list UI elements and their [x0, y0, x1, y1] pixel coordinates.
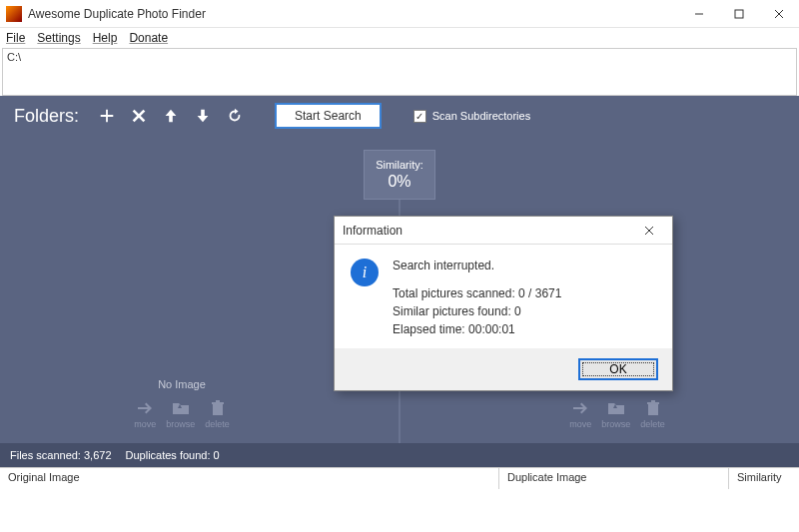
- dialog-stat-time: Elapsed time: 00:00:01: [393, 320, 561, 338]
- folders-label: Folders:: [14, 106, 79, 127]
- status-bar: Files scanned: 3,672 Duplicates found: 0: [0, 443, 799, 467]
- browse-button[interactable]: browse: [166, 398, 195, 429]
- menu-file[interactable]: File: [6, 31, 25, 45]
- duplicates-found: Duplicates found: 0: [126, 449, 220, 461]
- info-dialog: Information i Search interrupted. Total …: [334, 216, 673, 391]
- menubar: File Settings Help Donate: [0, 28, 799, 48]
- dialog-headline: Search interrupted.: [393, 259, 561, 272]
- col-original[interactable]: Original Image: [0, 468, 499, 489]
- delete-button[interactable]: delete: [640, 398, 665, 429]
- results-header: Original Image Duplicate Image Similarit…: [0, 467, 799, 489]
- similarity-label: Similarity:: [376, 159, 423, 171]
- move-down-icon[interactable]: [193, 106, 213, 126]
- menu-settings[interactable]: Settings: [37, 31, 80, 45]
- dialog-stat-found: Similar pictures found: 0: [393, 302, 561, 320]
- delete-button[interactable]: delete: [205, 398, 230, 429]
- svg-rect-1: [735, 10, 743, 18]
- similarity-box: Similarity: 0%: [364, 150, 435, 200]
- dialog-title: Information: [343, 224, 402, 238]
- col-similarity[interactable]: Similarity: [729, 468, 799, 489]
- files-scanned: Files scanned: 3,672: [10, 449, 112, 461]
- results-body: [0, 489, 799, 532]
- move-up-icon[interactable]: [161, 106, 181, 126]
- maximize-button[interactable]: [719, 0, 759, 28]
- no-image-label: No Image: [158, 378, 206, 390]
- dialog-close-button[interactable]: [634, 226, 664, 236]
- similarity-value: 0%: [388, 173, 410, 191]
- col-duplicate[interactable]: Duplicate Image: [499, 468, 729, 489]
- browse-button[interactable]: browse: [601, 398, 630, 429]
- original-preview: No Image move browse delete: [0, 136, 364, 443]
- move-button[interactable]: move: [134, 398, 156, 429]
- remove-folder-icon[interactable]: [129, 106, 149, 126]
- scan-subdirs-option[interactable]: ✓ Scan Subdirectories: [413, 110, 530, 123]
- ok-button[interactable]: OK: [578, 358, 658, 380]
- add-folder-icon[interactable]: [97, 106, 117, 126]
- menu-help[interactable]: Help: [93, 31, 118, 45]
- refresh-icon[interactable]: [225, 106, 245, 126]
- app-icon: [6, 6, 22, 22]
- folder-path[interactable]: C:\: [7, 51, 792, 63]
- folders-toolbar: Folders: Start Search ✓ Scan Subdirector…: [0, 96, 799, 136]
- folder-list[interactable]: C:\: [2, 48, 797, 96]
- dialog-titlebar: Information: [335, 217, 672, 245]
- titlebar: Awesome Duplicate Photo Finder: [0, 0, 799, 28]
- checkbox-icon[interactable]: ✓: [413, 110, 426, 123]
- dialog-stat-scanned: Total pictures scanned: 0 / 3671: [393, 284, 561, 302]
- start-search-button[interactable]: Start Search: [275, 103, 382, 129]
- close-button[interactable]: [759, 0, 799, 28]
- scan-subdirs-label: Scan Subdirectories: [432, 110, 530, 122]
- minimize-button[interactable]: [679, 0, 719, 28]
- info-icon: i: [351, 259, 379, 286]
- move-button[interactable]: move: [569, 398, 591, 429]
- menu-donate[interactable]: Donate: [129, 31, 168, 45]
- window-title: Awesome Duplicate Photo Finder: [28, 7, 679, 21]
